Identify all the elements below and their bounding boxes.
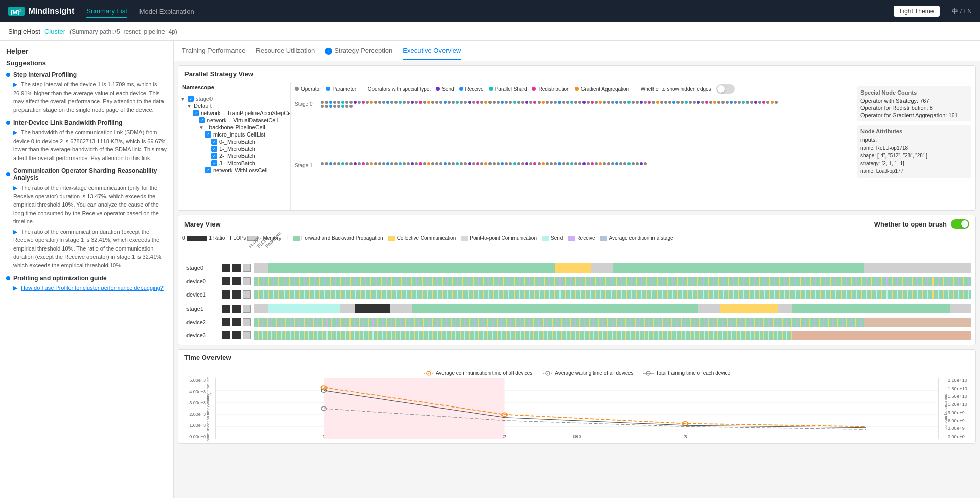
legend-send-label: Send xyxy=(442,86,454,92)
marey-device3-controls[interactable] xyxy=(222,331,251,339)
nav-summary-list[interactable]: Summary List xyxy=(86,5,127,18)
svg-point-168 xyxy=(517,162,520,165)
marey-btn-device2-1[interactable] xyxy=(222,318,230,326)
marey-btn-device3-3[interactable] xyxy=(243,331,251,339)
tree-checkbox-micro2[interactable]: ✓ xyxy=(211,153,217,159)
marey-brush-label: Whether to open brush xyxy=(874,220,947,228)
marey-btn-device1-3[interactable] xyxy=(243,290,251,299)
svg-point-149 xyxy=(439,162,442,165)
parallel-shard-dot xyxy=(489,87,493,91)
tree-checkbox-micro3[interactable]: ✓ xyxy=(211,160,217,166)
marey-btn-device0-1[interactable] xyxy=(222,277,230,285)
tree-item-micro0[interactable]: ✓ 0-_MicroBatch xyxy=(180,138,288,145)
hidden-edges-toggle[interactable] xyxy=(716,84,735,94)
svg-point-160 xyxy=(484,162,487,165)
tab-resource-utilization[interactable]: Resource Utilization xyxy=(256,41,315,60)
tree-checkbox-micro1[interactable]: ✓ xyxy=(211,146,217,152)
svg-point-81 xyxy=(652,101,655,104)
tree-item-virtual[interactable]: ✓ network-._VirtualDatasetCell xyxy=(180,117,288,124)
svg-point-196 xyxy=(632,162,635,165)
svg-point-59 xyxy=(562,101,565,104)
svg-point-88 xyxy=(681,101,684,104)
marey-stage1-controls[interactable] xyxy=(222,305,251,313)
tree-item-micro3[interactable]: ✓ 3-_MicroBatch xyxy=(180,160,288,167)
svg-point-183 xyxy=(578,162,581,165)
tree-checkbox-micro0[interactable]: ✓ xyxy=(211,139,217,145)
svg-point-165 xyxy=(505,162,508,165)
tree-checkbox-stage0[interactable]: ✓ xyxy=(188,96,194,102)
ytick-right-6: 3.00e+9 xyxy=(948,426,965,431)
marey-device1-controls[interactable] xyxy=(222,290,251,299)
svg-point-132 xyxy=(370,162,373,165)
lang-switch[interactable]: 中 / EN xyxy=(952,7,972,16)
marey-btn-stage1-2[interactable] xyxy=(232,305,241,313)
logo-text: MindInsight xyxy=(29,7,75,16)
svg-point-106 xyxy=(754,101,757,104)
marey-toggle-thumb xyxy=(961,220,968,228)
time-overview-panel: Time Overview Average communication time… xyxy=(178,349,976,444)
marey-btn-stage0-1[interactable] xyxy=(222,264,230,272)
special-node-counts-box: Special Node Counts Operator with Strate… xyxy=(857,86,971,121)
svg-point-158 xyxy=(476,162,479,165)
tab-strategy-perception[interactable]: iStrategy Perception xyxy=(325,41,392,61)
marey-btn-device2-3[interactable] xyxy=(243,318,251,326)
tree-item-train[interactable]: ✓ network-._TrainPipelineAccuStepCell xyxy=(180,109,288,117)
suggestion-link-profiling[interactable]: ▶ How do I use Profiler for cluster perf… xyxy=(6,284,167,292)
svg-point-33 xyxy=(456,101,459,104)
receive-color xyxy=(568,236,575,241)
svg-point-187 xyxy=(595,162,598,165)
marey-btn-stage1-3[interactable] xyxy=(243,305,251,313)
svg-text:1: 1 xyxy=(322,434,326,439)
marey-device2-controls[interactable] xyxy=(222,318,251,326)
parallel-strategy-panel: Parallel Strategy View Namescope ▼ ✓ sta… xyxy=(178,65,976,211)
time-overview-title: Time Overview xyxy=(184,354,231,361)
marey-btn-device3-1[interactable] xyxy=(222,331,230,339)
tab-training-performance[interactable]: Training Performance xyxy=(182,41,246,60)
svg-point-133 xyxy=(374,162,377,165)
marey-btn-device3-2[interactable] xyxy=(232,331,241,339)
tree-checkbox-train[interactable]: ✓ xyxy=(193,110,199,116)
svg-point-97 xyxy=(717,101,720,104)
marey-btn-device2-2[interactable] xyxy=(232,318,241,326)
svg-point-105 xyxy=(750,101,753,104)
tab-executive-overview[interactable]: Executive Overview xyxy=(403,41,461,60)
svg-point-166 xyxy=(509,162,512,165)
marey-device0-controls[interactable] xyxy=(222,277,251,285)
marey-btn-device0-2[interactable] xyxy=(232,277,241,285)
marey-btn-stage0-2[interactable] xyxy=(232,264,241,272)
tree-item-backbone[interactable]: ▼ _backbone-PipelineCell xyxy=(180,124,288,131)
cluster-label[interactable]: Cluster xyxy=(44,28,65,35)
theme-button[interactable]: Light Theme xyxy=(894,6,940,17)
marey-btn-stage0-3[interactable] xyxy=(243,264,251,272)
tree-checkbox-micro-inputs[interactable]: ✓ xyxy=(205,131,211,138)
marey-btn-device1-1[interactable] xyxy=(222,290,230,299)
node-attributes-box: Node Attributes inputs: name: ReLU-op171… xyxy=(857,125,971,178)
svg-point-45 xyxy=(505,101,508,104)
stage1-svg xyxy=(320,162,678,174)
marey-btn-stage1-1[interactable] xyxy=(222,305,230,313)
time-chart-legend: Average communication time of all device… xyxy=(182,370,971,376)
svg-point-134 xyxy=(378,162,381,165)
tree-item-withloss[interactable]: ✓ network-WithLossCell xyxy=(180,167,288,174)
tree-item-stage0[interactable]: ▼ ✓ stage0 xyxy=(180,95,288,102)
svg-point-103 xyxy=(742,101,745,104)
tree-checkbox-virtual[interactable]: ✓ xyxy=(199,117,205,123)
tree-item-default[interactable]: ▼ Default xyxy=(180,102,288,109)
marey-btn-device1-2[interactable] xyxy=(232,290,241,299)
tree-item-micro2[interactable]: ✓ 2-_MicroBatch xyxy=(180,152,288,160)
marey-stage0-controls[interactable] xyxy=(222,264,251,272)
nav-model-explanation[interactable]: Model Explanation xyxy=(139,6,194,17)
marey-device0-timeline xyxy=(254,277,971,286)
svg-point-38 xyxy=(476,101,479,104)
svg-point-19 xyxy=(399,101,402,104)
svg-point-55 xyxy=(546,101,549,104)
marey-btn-device0-3[interactable] xyxy=(243,277,251,285)
svg-point-122 xyxy=(329,162,332,165)
marey-brush-toggle[interactable] xyxy=(951,219,969,229)
tree-item-micro-inputs[interactable]: ✓ micro_inputs-CellList xyxy=(180,131,288,138)
collective-label: Collective Communication xyxy=(397,235,456,241)
tree-item-micro1[interactable]: ✓ 1-_MicroBatch xyxy=(180,145,288,152)
tree-checkbox-withloss[interactable]: ✓ xyxy=(205,167,211,173)
ytick-right-5: 6.00e+9 xyxy=(948,418,965,423)
operator-with-strategy: Operator with Strategy: 767 xyxy=(860,98,968,104)
